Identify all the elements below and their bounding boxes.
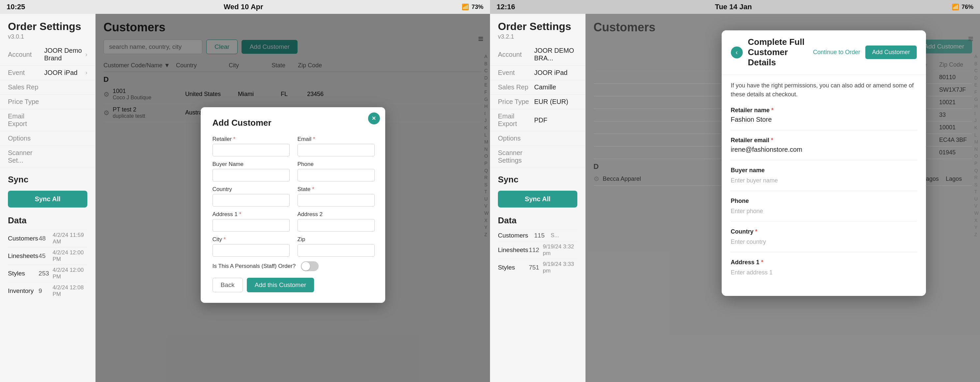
r-pricetype-label: Price Type: [498, 98, 534, 105]
customers-label-left: Customers: [8, 235, 38, 242]
styles-date-left: 4/2/24 12:00 PM: [52, 267, 88, 280]
r-sidebar-row-pricetype[interactable]: Price Type EUR (EUR): [490, 95, 585, 109]
r-sidebar-row-salesrep[interactable]: Sales Rep Camille: [490, 80, 585, 95]
r-emailexport-label: Email Export: [498, 112, 534, 128]
account-label: Account: [8, 51, 44, 58]
phone-label-right: Phone: [731, 198, 917, 205]
r-sidebar-row-event[interactable]: Event JOOR iPad: [490, 66, 585, 80]
detail-field-phone: Phone: [731, 198, 917, 222]
details-modal-body: If you have the right permissions, you c…: [722, 75, 926, 296]
sidebar-row-options[interactable]: Options: [0, 131, 95, 146]
r-customers-label: Customers: [498, 232, 534, 239]
buyer-name-input[interactable]: [213, 169, 290, 181]
inventory-date-left: 4/2/24 12:08 PM: [52, 285, 88, 297]
sidebar-row-scanner[interactable]: Scanner Set...: [0, 146, 95, 168]
sidebar-row-event[interactable]: Event JOOR iPad ›: [0, 66, 95, 80]
add-this-customer-button[interactable]: Add this Customer: [247, 278, 314, 292]
detail-field-address1: Address 1 *: [731, 259, 917, 283]
zip-label: Zip: [298, 236, 375, 243]
field-buyer-name: Buyer Name: [213, 161, 290, 181]
sidebar-row-account[interactable]: Account JOOR Demo Brand ›: [0, 43, 95, 66]
r-customers-count: 115: [534, 232, 550, 239]
left-screen: 10:25 Wed 10 Apr 📶 73% Order Settings v3…: [0, 0, 490, 382]
data-title-right: Data: [498, 216, 578, 225]
r-sidebar-row-account[interactable]: Account JOOR DEMO BRA...: [490, 43, 585, 66]
detail-field-retailer-email: Retailer email * irene@fashionstore.com: [731, 137, 917, 160]
detail-field-country: Country *: [731, 228, 917, 253]
date-left: Wed 10 Apr: [224, 3, 263, 11]
right-screen: 12:16 Tue 14 Jan 📶 76% Order Settings v3…: [490, 0, 980, 382]
address2-input[interactable]: [298, 219, 375, 232]
r-emailexport-value: PDF: [534, 117, 578, 124]
toggle-label: Is This A Personals (Staff) Order?: [213, 263, 296, 270]
retailer-label: Retailer *: [213, 136, 290, 142]
city-input[interactable]: [213, 244, 290, 257]
date-right: Tue 14 Jan: [715, 3, 752, 11]
linesheets-count-left: 45: [38, 253, 52, 260]
r-styles-count: 751: [529, 264, 543, 271]
buyer-name-label: Buyer Name: [213, 161, 290, 168]
city-label: City *: [213, 236, 290, 243]
details-description: If you have the right permissions, you c…: [731, 81, 917, 99]
event-value: JOOR iPad: [44, 69, 85, 77]
zip-input[interactable]: [298, 244, 375, 257]
field-address2: Address 2: [298, 211, 375, 232]
details-add-customer-button[interactable]: Add Customer: [865, 46, 916, 59]
r-scanner-label: Scanner Settings: [498, 149, 534, 164]
sidebar-row-pricetype[interactable]: Price Type: [0, 95, 95, 109]
field-address1: Address 1 *: [213, 211, 290, 232]
modal-close-button[interactable]: ×: [368, 112, 380, 125]
account-value: JOOR Demo Brand: [44, 47, 85, 62]
phone-input-right[interactable]: [731, 206, 917, 216]
data-section-left: Data Customers 48 4/2/24 11:59 AM Linesh…: [0, 210, 95, 299]
buyer-name-input-right[interactable]: [731, 176, 917, 185]
details-modal-header: ‹ Complete Full Customer Details Continu…: [722, 30, 926, 75]
email-input[interactable]: [298, 144, 375, 157]
sidebar-row-salesrep[interactable]: Sales Rep: [0, 80, 95, 95]
address1-input[interactable]: [213, 219, 290, 232]
back-button[interactable]: Back: [213, 278, 243, 292]
continue-to-order-link[interactable]: Continue to Order: [813, 49, 860, 56]
details-modal-title: Complete Full Customer Details: [748, 37, 808, 68]
sync-all-button-left[interactable]: Sync All: [8, 191, 88, 208]
linesheets-date-left: 4/2/24 12:00 PM: [52, 249, 88, 262]
phone-input[interactable]: [298, 169, 375, 181]
sidebar-header-left: Order Settings v3.0.1: [0, 14, 95, 43]
detail-field-retailer-name: Retailer name * Fashion Store: [731, 107, 917, 130]
sidebar-row-emailexport[interactable]: Email Export: [0, 109, 95, 131]
details-back-button[interactable]: ‹: [731, 46, 743, 58]
r-options-label: Options: [498, 134, 534, 142]
status-bar-right: 12:16 Tue 14 Jan 📶 76%: [490, 0, 980, 14]
r-account-value: JOOR DEMO BRA...: [534, 47, 578, 62]
r-event-value: JOOR iPad: [534, 69, 578, 77]
address1-input-right[interactable]: [731, 268, 917, 277]
retailer-input[interactable]: [213, 144, 290, 157]
sync-all-button-right[interactable]: Sync All: [498, 191, 578, 208]
country-input[interactable]: [213, 194, 290, 206]
r-sidebar-row-options[interactable]: Options: [490, 131, 585, 146]
retailer-name-value: Fashion Store: [731, 116, 917, 123]
modal-overlay-left: × Add Customer Retailer * Ema: [95, 14, 490, 382]
left-panel-content: Order Settings v3.0.1 Account JOOR Demo …: [0, 14, 490, 382]
state-input[interactable]: [298, 194, 375, 206]
event-arrow-icon: ›: [85, 69, 88, 76]
left-sidebar: Order Settings v3.0.1 Account JOOR Demo …: [0, 14, 95, 382]
styles-label-left: Styles: [8, 270, 38, 277]
time-right: 12:16: [496, 3, 515, 11]
retailer-email-label: Retailer email *: [731, 137, 917, 144]
country-input-right[interactable]: [731, 237, 917, 247]
sync-section-title-left: Sync: [0, 168, 95, 188]
r-data-row-styles: Styles 751 9/19/24 3:33 pm: [498, 259, 578, 276]
modal-actions: Back Add this Customer: [213, 278, 373, 292]
main-content-left: ≡ Customers Clear Add Customer Customer …: [95, 14, 490, 382]
address1-label-right: Address 1 *: [731, 259, 917, 266]
r-sidebar-row-scanner[interactable]: Scanner Settings: [490, 146, 585, 168]
battery-left: 73%: [471, 4, 484, 11]
status-icons-left: 📶 73%: [462, 3, 484, 11]
r-linesheets-date: 9/19/24 3:32 pm: [543, 243, 578, 257]
r-sidebar-row-emailexport[interactable]: Email Export PDF: [490, 109, 585, 131]
personals-toggle[interactable]: [301, 261, 319, 271]
r-data-row-customers: Customers 115 S...: [498, 230, 578, 241]
add-customer-modal: × Add Customer Retailer * Ema: [200, 107, 385, 303]
phone-label: Phone: [298, 161, 375, 168]
